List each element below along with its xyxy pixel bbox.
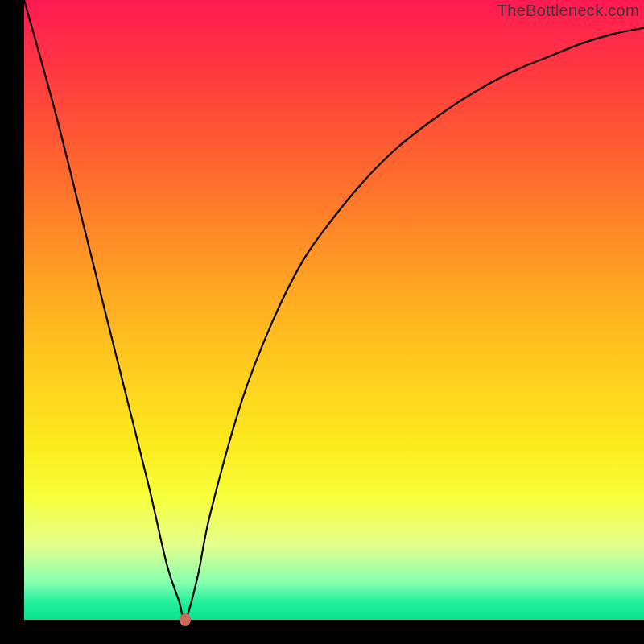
curve-vertex-marker bbox=[180, 613, 191, 626]
curve-line bbox=[24, 0, 644, 620]
attribution-watermark: TheBottleneck.com bbox=[497, 2, 639, 20]
chart-frame: TheBottleneck.com bbox=[0, 0, 644, 644]
plot-area: TheBottleneck.com bbox=[24, 0, 644, 620]
bottleneck-curve bbox=[24, 0, 644, 620]
